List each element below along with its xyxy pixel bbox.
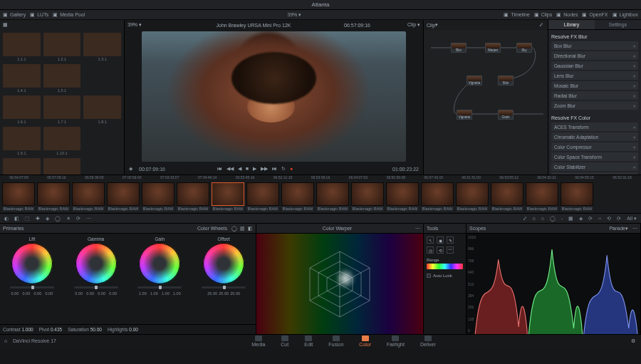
timeline-clip[interactable]: Blackmagic RAW: [491, 182, 523, 212]
library-tab-library[interactable]: Library: [548, 20, 595, 29]
timeline-clip[interactable]: Blackmagic RAW: [142, 182, 174, 212]
library-item[interactable]: Mosaic Blur: [551, 81, 638, 90]
mid-tool-1[interactable]: ◧: [14, 216, 19, 222]
gallery-still[interactable]: 1.12.1: [43, 158, 81, 175]
primaries-param-pivot[interactable]: Pivot 0.435: [39, 327, 63, 332]
wheel-value[interactable]: 1.00: [149, 291, 159, 296]
node-canvas[interactable]: BlurWarperSkyVignetteSkinVignetteGrain: [424, 30, 548, 175]
scope-canvas[interactable]: 10238967686405123842561280: [467, 234, 640, 334]
library-item[interactable]: Lens Blur: [551, 71, 638, 80]
scopes-mode[interactable]: Parade: [609, 226, 625, 231]
toolbar-openfx[interactable]: ▣OpenFX: [582, 12, 608, 18]
node-warper[interactable]: Warper: [485, 43, 501, 53]
project-settings-icon[interactable]: ⚙: [631, 338, 637, 344]
color-wheel[interactable]: [139, 243, 180, 284]
home-icon[interactable]: ⌂: [4, 338, 10, 344]
page-edit[interactable]: Edit: [304, 336, 313, 347]
mid-tool-r-0[interactable]: ⤢: [523, 216, 527, 222]
toolbar-media-pool[interactable]: ▣Media Pool: [53, 12, 85, 18]
mid-tool-r-8[interactable]: ⎃: [598, 216, 601, 221]
library-item[interactable]: ACES Transform: [551, 123, 638, 131]
node-sky[interactable]: Sky: [516, 43, 532, 53]
toolbar-nodes[interactable]: ▣Nodes: [556, 12, 578, 18]
timeline-clip[interactable]: Blackmagic RAW: [212, 182, 244, 212]
library-item[interactable]: Color Compressor: [551, 142, 638, 151]
timeline-clip[interactable]: Blackmagic RAW: [526, 182, 558, 212]
mid-tool-r-4[interactable]: -: [561, 216, 563, 221]
library-item[interactable]: Chromatic Adaptation: [551, 132, 638, 141]
timeline-clip[interactable]: Blackmagic RAW: [246, 182, 279, 212]
mid-tool-4[interactable]: ◈: [46, 216, 49, 222]
play-back-icon[interactable]: ◀: [238, 166, 241, 172]
timeline-clip[interactable]: Blackmagic RAW: [351, 182, 384, 212]
mid-tool-r-5[interactable]: ▦: [568, 216, 573, 222]
play-icon[interactable]: ▶: [253, 166, 256, 172]
timeline-clip[interactable]: Blackmagic RAW: [316, 182, 349, 212]
clip-selector[interactable]: Clip: [407, 22, 416, 27]
timeline-clip[interactable]: Blackmagic RAW: [421, 182, 454, 212]
mid-tool-r-1[interactable]: ⎌: [533, 216, 536, 221]
mid-tool-5[interactable]: ◯: [55, 216, 61, 222]
mid-tool-r-3[interactable]: ◯: [550, 216, 556, 222]
node-blur[interactable]: Blur: [451, 43, 467, 53]
wheel-value[interactable]: 0.00: [10, 291, 20, 296]
prev-clip-icon[interactable]: ⏮: [217, 166, 222, 172]
timeline-clip[interactable]: Blackmagic RAW: [107, 182, 140, 212]
next-clip-icon[interactable]: ⏭: [272, 166, 277, 172]
color-wheel[interactable]: [11, 243, 53, 284]
gallery-still[interactable]: 1.6.1: [3, 95, 41, 124]
warper-opts-icon[interactable]: ⋯: [415, 226, 420, 232]
page-color[interactable]: Color: [359, 336, 371, 347]
viewer-image[interactable]: [142, 31, 406, 162]
timeline-clip[interactable]: Blackmagic RAW: [386, 182, 419, 212]
wheels-icon[interactable]: ◯: [231, 226, 237, 232]
mid-tool-r-2[interactable]: ⌂: [541, 216, 544, 221]
wheel-value[interactable]: 25.00: [219, 291, 229, 296]
auto-lock-checkbox[interactable]: Auto Lock: [427, 274, 463, 278]
wheel-value[interactable]: 0.00: [108, 291, 118, 296]
wheel-value[interactable]: 0.00: [97, 291, 107, 296]
mid-tool-2[interactable]: ⬚: [25, 216, 30, 222]
mid-tool-0[interactable]: ◐: [4, 216, 9, 222]
wheel-value[interactable]: 0.00: [33, 291, 43, 296]
zoom-value[interactable]: 39% ▾: [287, 12, 301, 18]
gallery-still[interactable]: 1.10.1: [43, 127, 81, 155]
master-slider[interactable]: [10, 286, 54, 288]
primaries-param-saturation[interactable]: Saturation 50.00: [68, 327, 102, 332]
library-item[interactable]: Box Blur: [551, 41, 638, 50]
gallery-still[interactable]: 1.8.1: [83, 95, 121, 124]
mid-tool-r-9[interactable]: ⟲: [607, 216, 611, 222]
draw-tool-icon[interactable]: ✎: [447, 236, 454, 244]
toolbar-gallery[interactable]: ▣Gallery: [3, 12, 26, 18]
page-fusion[interactable]: Fusion: [328, 336, 343, 347]
mid-tool-r-10[interactable]: ⟳: [617, 216, 621, 222]
gallery-still[interactable]: 1.7.1: [43, 95, 81, 124]
timeline-clip[interactable]: Blackmagic RAW: [72, 182, 105, 212]
library-item[interactable]: Contrast Pop: [551, 172, 638, 175]
wheel-value[interactable]: 0.00: [85, 291, 95, 296]
wheel-value[interactable]: 0.00: [44, 291, 54, 296]
toolbar-timeline[interactable]: ▣Timeline: [504, 12, 529, 18]
gallery-still[interactable]: 1.1.1: [3, 33, 41, 61]
stop-icon[interactable]: ■: [246, 166, 249, 172]
page-deliver[interactable]: Deliver: [420, 336, 436, 347]
mid-tool-6[interactable]: ☀: [66, 216, 71, 222]
mid-tool-r-7[interactable]: ⟳: [588, 216, 593, 222]
mid-tool-r-11[interactable]: All ▾: [627, 216, 637, 222]
timeline-clip[interactable]: Blackmagic RAW: [2, 182, 35, 212]
timeline-clip[interactable]: Blackmagic RAW: [37, 182, 70, 212]
toolbar-luts[interactable]: ▣LUTs: [30, 12, 48, 18]
wheel-value[interactable]: 25.00: [207, 291, 217, 296]
color-wheel[interactable]: [75, 243, 117, 284]
library-item[interactable]: Color Stabilizer: [551, 162, 638, 171]
range-huebar[interactable]: [427, 264, 463, 269]
library-item[interactable]: Directional Blur: [551, 51, 638, 60]
smooth-tool-icon[interactable]: 〰: [447, 246, 454, 254]
wheel-value[interactable]: 1.00: [137, 291, 147, 296]
timeline-clip[interactable]: Blackmagic RAW: [177, 182, 209, 212]
warper-canvas[interactable]: [256, 234, 423, 334]
toolbar-lightbox[interactable]: ▣Lightbox: [613, 12, 638, 18]
library-item[interactable]: Radial Blur: [551, 91, 638, 100]
sampler-tool-icon[interactable]: ◎: [427, 246, 434, 254]
master-slider[interactable]: [202, 286, 246, 288]
